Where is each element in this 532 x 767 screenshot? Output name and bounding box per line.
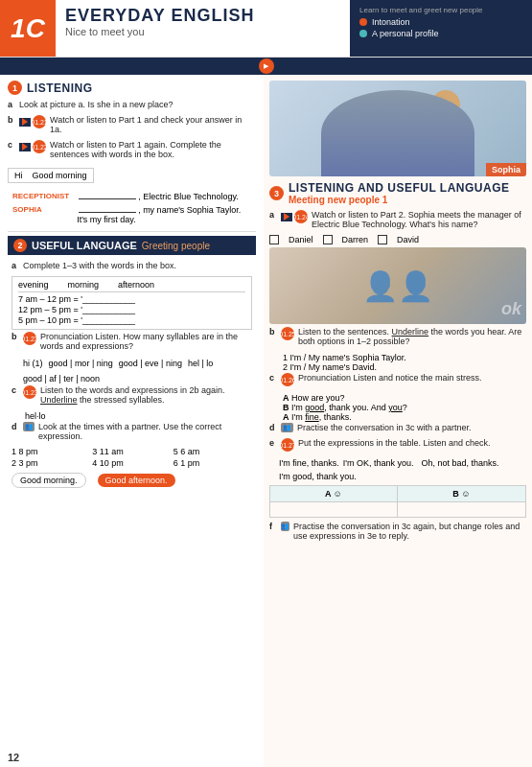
- times-header: evening morning afternoon: [18, 280, 245, 292]
- time-header-2: morning: [68, 280, 100, 290]
- time-row-1-text: 7 am – 12 pm = '___________: [18, 294, 135, 304]
- left-column: 1 LISTENING a Look at picture a. Is she …: [0, 75, 264, 767]
- cb-daniel[interactable]: [269, 235, 279, 244]
- section3-num: 3: [269, 186, 284, 200]
- receptionist-label: RECEPTIONIST: [10, 191, 72, 202]
- s3-item-b: b 01.25 Listen to the sentences. Underli…: [269, 327, 526, 346]
- photo2-bg: 👤👤: [269, 247, 526, 324]
- sophia-photo-label: Sophia: [486, 163, 526, 176]
- tp-5: 5 6 am: [173, 447, 252, 456]
- col-a-header: A ☺: [270, 486, 398, 502]
- listening-item-a: a Look at picture a. Is she in a new pla…: [8, 100, 256, 109]
- section3-title: LISTENING AND USEFUL LANGUAGE: [289, 181, 510, 195]
- s3-partner-icon: 👥: [281, 423, 293, 432]
- s3-item-e: e 01.27 Put the expressions in the table…: [269, 438, 526, 452]
- tp-2: 2 3 pm: [12, 458, 90, 468]
- watermark: ok: [501, 299, 521, 319]
- s3-audio-badge-c[interactable]: 01.26: [281, 373, 294, 386]
- item-c-text: Watch or listen to Part 1 again. Complet…: [50, 140, 256, 159]
- tp-3: 3 11 am: [92, 447, 171, 456]
- item-a-letter: a: [8, 100, 15, 109]
- section3-subtitle: Meeting new people 1: [289, 195, 510, 205]
- ul-b-text: Pronunciation Listen. How many syllables…: [40, 332, 252, 351]
- section3-header: 3 LISTENING AND USEFUL LANGUAGE Meeting …: [269, 181, 526, 205]
- useful-lang-title: USEFUL LANGUAGE: [32, 240, 137, 251]
- receptionist-table: RECEPTIONIST , Electric Blue Technology.…: [8, 189, 256, 227]
- phrase-3: Oh, not bad, thanks.: [422, 458, 499, 468]
- underline-label-b: Underline: [392, 327, 429, 337]
- label-daniel: Daniel: [289, 235, 313, 244]
- ul-b-audio[interactable]: 01.23: [23, 332, 36, 345]
- useful-lang-content: a Complete 1–3 with the words in the box…: [8, 259, 256, 495]
- ul-c-example-text: hel·lo: [25, 411, 46, 421]
- cb-david[interactable]: [378, 235, 387, 244]
- receptionist-text: , Electric Blue Technology.: [74, 191, 254, 202]
- word-good-morning: Good morning: [33, 171, 87, 180]
- main-content: 1 LISTENING a Look at picture a. Is she …: [0, 75, 532, 767]
- phrase-2: I'm OK, thank you.: [343, 458, 414, 468]
- dialogue-a-1: A How are you?: [283, 393, 513, 403]
- audio-badge-c[interactable]: 01.22: [33, 140, 46, 153]
- listening-item-b: b 01.21 Watch or listen to Part 1 and ch…: [8, 115, 256, 134]
- tp-6: 6 1 pm: [173, 458, 252, 468]
- orange-bullet-icon: [359, 18, 367, 26]
- page-number: 12: [8, 752, 19, 763]
- s3-a-audio[interactable]: 01.24: [281, 210, 308, 223]
- time-row-2-text: 12 pm – 5 pm = '___________: [18, 305, 135, 314]
- syl-1: hi (1): [23, 359, 43, 368]
- word-box: Hi Good morning: [8, 168, 94, 183]
- ul-c-text: Listen to the words and expressions in 2…: [40, 385, 252, 405]
- underline-label-c: Underline: [40, 395, 78, 405]
- phrase-4: I'm good, thank you.: [279, 472, 357, 481]
- syl-3: good | eve | ning: [119, 359, 182, 368]
- useful-lang-header: 2 USEFUL LANGUAGE Greeting people: [8, 236, 256, 255]
- blank-2: [79, 212, 136, 213]
- s3-item-a: a 01.24 Watch or listen to Part 2. Sophi…: [269, 210, 526, 229]
- label-darren: Darren: [342, 235, 369, 244]
- photo-silhouette: [321, 90, 475, 176]
- sophia-text: , my name's Sophia Taylor. It's my first…: [74, 204, 254, 225]
- s3-audio-badge-b[interactable]: 01.25: [281, 327, 294, 340]
- s3-c-audio[interactable]: 01.26: [281, 373, 294, 386]
- chapter-number: 1C: [0, 0, 56, 57]
- col-a-value: [270, 502, 398, 518]
- bubble-good-morning: Good morning.: [12, 473, 86, 488]
- time-row-3-text: 5 pm – 10 pm = '___________: [18, 315, 135, 325]
- syllables-grid: hi (1) good | mor | ning good | eve | ni…: [12, 357, 252, 385]
- audio-badge-b[interactable]: 01.21: [33, 115, 46, 128]
- ul-audio-badge-c[interactable]: 01.23: [23, 385, 36, 399]
- ul-c-example: hel·lo: [12, 410, 252, 422]
- item-b-letter: b: [8, 115, 15, 125]
- sophia-row: SOPHIA , my name's Sophia Taylor. It's m…: [10, 204, 254, 225]
- item-a-text: Look at picture a. Is she in a new place…: [19, 100, 173, 109]
- sophia-label: SOPHIA: [10, 204, 72, 225]
- ul-a-text: Complete 1–3 with the words in the box.: [23, 261, 176, 270]
- item-b-text: Watch or listen to Part 1 and check your…: [50, 115, 256, 134]
- video-icon-c: [19, 143, 31, 151]
- cb-darren[interactable]: [323, 235, 333, 244]
- s3-b-text: Listen to the sentences. Underline the w…: [298, 327, 526, 346]
- checkbox-row-a: Daniel Darren David: [269, 235, 526, 244]
- s3-d-text: Practise the conversation in 3c with a p…: [297, 423, 472, 432]
- s3-e-phrases: I'm fine, thanks. I'm OK, thank you. Oh,…: [269, 457, 526, 482]
- ul-audio-badge-b[interactable]: 01.23: [23, 332, 36, 345]
- useful-lang-num: 2: [13, 239, 27, 252]
- s3-b-audio[interactable]: 01.25: [281, 327, 294, 340]
- s3-e-letter: e: [269, 438, 277, 448]
- item-b-audio[interactable]: 01.21: [19, 115, 46, 128]
- s3-c-dialogue: A How are you? B I'm good, thank you. An…: [269, 392, 526, 423]
- s3-c-letter: c: [269, 373, 277, 383]
- s3-e-audio[interactable]: 01.27: [281, 438, 294, 452]
- s3-e-text: Put the expressions in the table. Listen…: [298, 438, 491, 448]
- syl-2: good | mor | ning: [49, 359, 113, 368]
- item-c-audio[interactable]: 01.22: [19, 140, 46, 153]
- ul-b-letter: b: [12, 332, 19, 341]
- ab-header-row: A ☺ B ☺: [270, 486, 526, 502]
- divider-play-icon[interactable]: ▶: [259, 58, 274, 74]
- s3-audio-badge-a[interactable]: 01.24: [294, 210, 308, 223]
- s3-audio-badge-e[interactable]: 01.27: [281, 438, 294, 452]
- blank-1: [79, 198, 136, 199]
- ul-c-audio[interactable]: 01.23: [23, 385, 36, 399]
- syl-5: good | af | ter | noon: [23, 374, 100, 384]
- s3-video-icon: [281, 213, 292, 221]
